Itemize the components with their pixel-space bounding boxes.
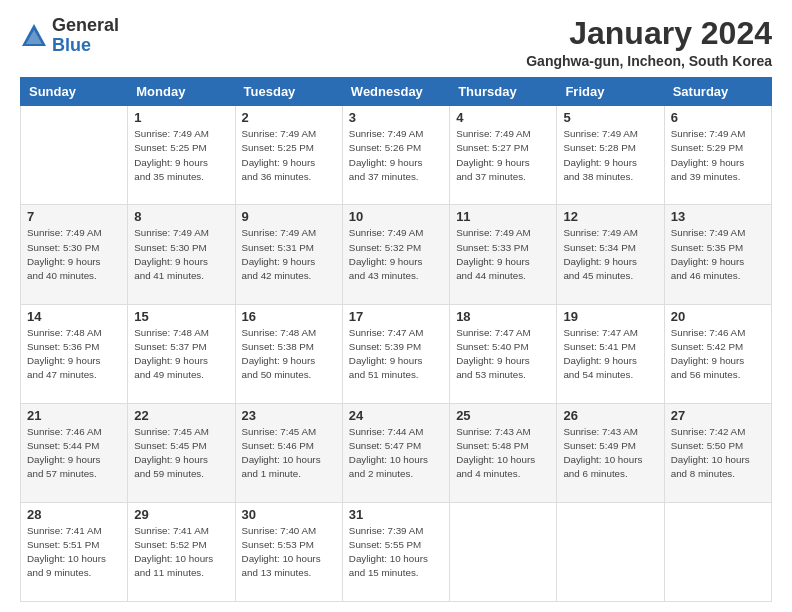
day-number: 12 — [563, 209, 657, 224]
logo-text: General Blue — [52, 16, 119, 56]
calendar-cell: 1Sunrise: 7:49 AM Sunset: 5:25 PM Daylig… — [128, 106, 235, 205]
calendar-week-row: 1Sunrise: 7:49 AM Sunset: 5:25 PM Daylig… — [21, 106, 772, 205]
day-info: Sunrise: 7:49 AM Sunset: 5:30 PM Dayligh… — [134, 226, 228, 283]
day-info: Sunrise: 7:48 AM Sunset: 5:37 PM Dayligh… — [134, 326, 228, 383]
calendar-week-row: 21Sunrise: 7:46 AM Sunset: 5:44 PM Dayli… — [21, 403, 772, 502]
day-number: 19 — [563, 309, 657, 324]
calendar-cell: 24Sunrise: 7:44 AM Sunset: 5:47 PM Dayli… — [342, 403, 449, 502]
day-number: 9 — [242, 209, 336, 224]
day-info: Sunrise: 7:49 AM Sunset: 5:35 PM Dayligh… — [671, 226, 765, 283]
day-info: Sunrise: 7:47 AM Sunset: 5:39 PM Dayligh… — [349, 326, 443, 383]
col-friday: Friday — [557, 78, 664, 106]
col-tuesday: Tuesday — [235, 78, 342, 106]
logo: General Blue — [20, 16, 119, 56]
calendar-cell: 10Sunrise: 7:49 AM Sunset: 5:32 PM Dayli… — [342, 205, 449, 304]
calendar-cell: 15Sunrise: 7:48 AM Sunset: 5:37 PM Dayli… — [128, 304, 235, 403]
day-info: Sunrise: 7:48 AM Sunset: 5:36 PM Dayligh… — [27, 326, 121, 383]
day-info: Sunrise: 7:43 AM Sunset: 5:49 PM Dayligh… — [563, 425, 657, 482]
day-number: 14 — [27, 309, 121, 324]
logo-blue: Blue — [52, 35, 91, 55]
day-info: Sunrise: 7:39 AM Sunset: 5:55 PM Dayligh… — [349, 524, 443, 581]
day-number: 25 — [456, 408, 550, 423]
col-saturday: Saturday — [664, 78, 771, 106]
calendar-cell: 4Sunrise: 7:49 AM Sunset: 5:27 PM Daylig… — [450, 106, 557, 205]
calendar-week-row: 7Sunrise: 7:49 AM Sunset: 5:30 PM Daylig… — [21, 205, 772, 304]
calendar-cell: 12Sunrise: 7:49 AM Sunset: 5:34 PM Dayli… — [557, 205, 664, 304]
day-info: Sunrise: 7:42 AM Sunset: 5:50 PM Dayligh… — [671, 425, 765, 482]
day-number: 29 — [134, 507, 228, 522]
month-title: January 2024 — [526, 16, 772, 51]
calendar-cell: 2Sunrise: 7:49 AM Sunset: 5:25 PM Daylig… — [235, 106, 342, 205]
col-wednesday: Wednesday — [342, 78, 449, 106]
day-number: 4 — [456, 110, 550, 125]
calendar-cell: 6Sunrise: 7:49 AM Sunset: 5:29 PM Daylig… — [664, 106, 771, 205]
day-info: Sunrise: 7:47 AM Sunset: 5:40 PM Dayligh… — [456, 326, 550, 383]
day-info: Sunrise: 7:47 AM Sunset: 5:41 PM Dayligh… — [563, 326, 657, 383]
day-info: Sunrise: 7:45 AM Sunset: 5:45 PM Dayligh… — [134, 425, 228, 482]
day-number: 23 — [242, 408, 336, 423]
calendar-cell: 8Sunrise: 7:49 AM Sunset: 5:30 PM Daylig… — [128, 205, 235, 304]
day-number: 24 — [349, 408, 443, 423]
day-info: Sunrise: 7:45 AM Sunset: 5:46 PM Dayligh… — [242, 425, 336, 482]
calendar-cell — [450, 502, 557, 601]
day-info: Sunrise: 7:41 AM Sunset: 5:51 PM Dayligh… — [27, 524, 121, 581]
day-info: Sunrise: 7:49 AM Sunset: 5:27 PM Dayligh… — [456, 127, 550, 184]
day-info: Sunrise: 7:49 AM Sunset: 5:28 PM Dayligh… — [563, 127, 657, 184]
day-number: 1 — [134, 110, 228, 125]
col-thursday: Thursday — [450, 78, 557, 106]
calendar-table: Sunday Monday Tuesday Wednesday Thursday… — [20, 77, 772, 602]
calendar-cell: 18Sunrise: 7:47 AM Sunset: 5:40 PM Dayli… — [450, 304, 557, 403]
day-info: Sunrise: 7:49 AM Sunset: 5:31 PM Dayligh… — [242, 226, 336, 283]
calendar-cell: 26Sunrise: 7:43 AM Sunset: 5:49 PM Dayli… — [557, 403, 664, 502]
day-number: 28 — [27, 507, 121, 522]
day-number: 20 — [671, 309, 765, 324]
calendar-cell: 9Sunrise: 7:49 AM Sunset: 5:31 PM Daylig… — [235, 205, 342, 304]
calendar-cell: 14Sunrise: 7:48 AM Sunset: 5:36 PM Dayli… — [21, 304, 128, 403]
day-info: Sunrise: 7:44 AM Sunset: 5:47 PM Dayligh… — [349, 425, 443, 482]
day-info: Sunrise: 7:49 AM Sunset: 5:25 PM Dayligh… — [242, 127, 336, 184]
location: Ganghwa-gun, Incheon, South Korea — [526, 53, 772, 69]
calendar-cell: 7Sunrise: 7:49 AM Sunset: 5:30 PM Daylig… — [21, 205, 128, 304]
calendar-cell: 22Sunrise: 7:45 AM Sunset: 5:45 PM Dayli… — [128, 403, 235, 502]
calendar-cell — [664, 502, 771, 601]
day-number: 2 — [242, 110, 336, 125]
calendar-cell: 23Sunrise: 7:45 AM Sunset: 5:46 PM Dayli… — [235, 403, 342, 502]
calendar-cell — [21, 106, 128, 205]
calendar-cell: 11Sunrise: 7:49 AM Sunset: 5:33 PM Dayli… — [450, 205, 557, 304]
day-info: Sunrise: 7:46 AM Sunset: 5:44 PM Dayligh… — [27, 425, 121, 482]
calendar-cell: 21Sunrise: 7:46 AM Sunset: 5:44 PM Dayli… — [21, 403, 128, 502]
day-info: Sunrise: 7:49 AM Sunset: 5:29 PM Dayligh… — [671, 127, 765, 184]
page: General Blue January 2024 Ganghwa-gun, I… — [0, 0, 792, 612]
logo-general: General — [52, 15, 119, 35]
col-monday: Monday — [128, 78, 235, 106]
day-number: 27 — [671, 408, 765, 423]
day-info: Sunrise: 7:49 AM Sunset: 5:32 PM Dayligh… — [349, 226, 443, 283]
calendar-cell: 27Sunrise: 7:42 AM Sunset: 5:50 PM Dayli… — [664, 403, 771, 502]
calendar-cell: 3Sunrise: 7:49 AM Sunset: 5:26 PM Daylig… — [342, 106, 449, 205]
day-number: 6 — [671, 110, 765, 125]
calendar-cell: 19Sunrise: 7:47 AM Sunset: 5:41 PM Dayli… — [557, 304, 664, 403]
day-number: 16 — [242, 309, 336, 324]
calendar-header-row: Sunday Monday Tuesday Wednesday Thursday… — [21, 78, 772, 106]
calendar-cell: 16Sunrise: 7:48 AM Sunset: 5:38 PM Dayli… — [235, 304, 342, 403]
title-block: January 2024 Ganghwa-gun, Incheon, South… — [526, 16, 772, 69]
day-info: Sunrise: 7:46 AM Sunset: 5:42 PM Dayligh… — [671, 326, 765, 383]
calendar-cell: 30Sunrise: 7:40 AM Sunset: 5:53 PM Dayli… — [235, 502, 342, 601]
day-info: Sunrise: 7:49 AM Sunset: 5:30 PM Dayligh… — [27, 226, 121, 283]
day-number: 17 — [349, 309, 443, 324]
day-number: 7 — [27, 209, 121, 224]
calendar-cell: 31Sunrise: 7:39 AM Sunset: 5:55 PM Dayli… — [342, 502, 449, 601]
day-number: 15 — [134, 309, 228, 324]
day-number: 30 — [242, 507, 336, 522]
calendar-cell: 29Sunrise: 7:41 AM Sunset: 5:52 PM Dayli… — [128, 502, 235, 601]
day-number: 11 — [456, 209, 550, 224]
col-sunday: Sunday — [21, 78, 128, 106]
calendar-week-row: 28Sunrise: 7:41 AM Sunset: 5:51 PM Dayli… — [21, 502, 772, 601]
day-number: 26 — [563, 408, 657, 423]
day-info: Sunrise: 7:49 AM Sunset: 5:34 PM Dayligh… — [563, 226, 657, 283]
calendar-cell: 20Sunrise: 7:46 AM Sunset: 5:42 PM Dayli… — [664, 304, 771, 403]
day-info: Sunrise: 7:49 AM Sunset: 5:33 PM Dayligh… — [456, 226, 550, 283]
header: General Blue January 2024 Ganghwa-gun, I… — [20, 16, 772, 69]
calendar-cell: 17Sunrise: 7:47 AM Sunset: 5:39 PM Dayli… — [342, 304, 449, 403]
day-info: Sunrise: 7:48 AM Sunset: 5:38 PM Dayligh… — [242, 326, 336, 383]
